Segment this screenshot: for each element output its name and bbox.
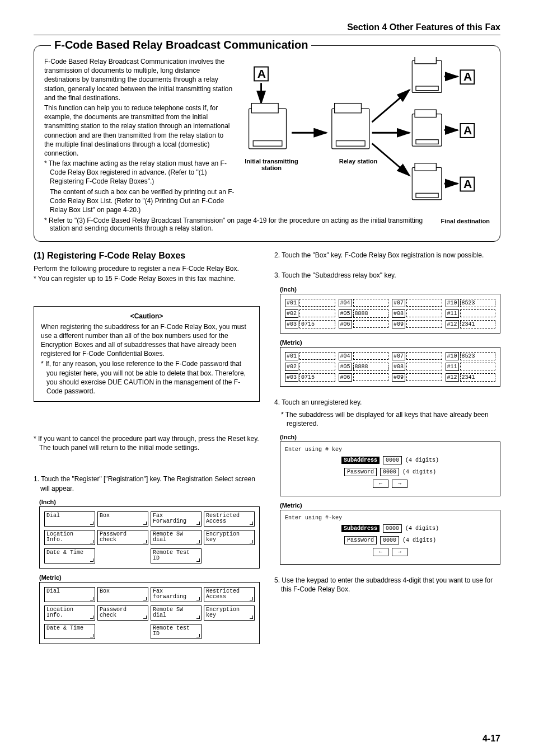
svg-text:A: A (257, 67, 266, 80)
step-5: 5. Use the keypad to enter the subaddres… (274, 576, 500, 594)
register-option-button[interactable]: Remote test ID (151, 624, 202, 639)
page-header: Section 4 Other Features of this Fax (34, 22, 500, 35)
slot-value (406, 320, 442, 328)
relay-box-slot[interactable]: #07 (392, 352, 442, 360)
subaddress-label: Subaddress (341, 525, 380, 532)
registration-screen-metric: DialBoxFax forwardingRestricted AccessLo… (39, 582, 260, 644)
relay-box-slot[interactable]: #06 (339, 320, 389, 328)
register-option-button[interactable]: Box (97, 587, 148, 602)
svg-rect-26 (415, 110, 436, 117)
register-option-button[interactable]: Dial (44, 511, 95, 527)
relay-box-slot[interactable]: #108523 (446, 352, 496, 360)
slot-number: #01 (285, 299, 298, 307)
relay-box-slot[interactable]: #09 (392, 320, 442, 328)
relay-box-slot[interactable]: #06 (339, 373, 389, 382)
slot-value (353, 373, 388, 381)
svg-rect-20 (335, 104, 362, 113)
relay-box-slot[interactable]: #01 (285, 352, 335, 360)
register-option-button[interactable]: Remote SW dial (151, 605, 202, 621)
slot-number: #02 (285, 363, 298, 371)
intro-text: F-Code Based Relay Broadcast Communicati… (44, 57, 235, 215)
register-option-button[interactable]: Password check (97, 605, 148, 621)
register-option-button[interactable]: Encryption key (204, 530, 255, 545)
svg-rect-21 (336, 141, 365, 147)
relay-box-slot[interactable]: #030715 (285, 320, 335, 328)
arrow-left-button[interactable]: ← (373, 548, 388, 556)
intro-note-1b: The content of such a box can be verifie… (44, 187, 235, 215)
digits-hint: (4 digits) (405, 525, 439, 532)
svg-rect-17 (251, 104, 278, 113)
slot-value (299, 299, 335, 307)
relay-box-list-inch: #01#04#07#108523#02#058888#08#11#030715#… (280, 294, 500, 334)
left-p2: * You can register up to 15 F-Code Relay… (34, 274, 260, 283)
slot-number: #05 (339, 363, 352, 371)
slot-value (299, 309, 335, 317)
relay-box-slot[interactable]: #08 (392, 309, 442, 318)
feature-box: F-Code Based Relay Broadcast Communicati… (34, 45, 500, 242)
screen-label-inch: (Inch) (39, 499, 260, 505)
relay-box-slot[interactable]: #030715 (285, 373, 335, 382)
relay-box-slot[interactable]: #058888 (339, 309, 389, 318)
slot-number: #03 (285, 320, 298, 328)
relay-box-slot[interactable]: #09 (392, 373, 442, 382)
slot-number: #07 (392, 352, 405, 360)
right-column: 2. Touch the "Box" key. F-Code Relay Box… (274, 251, 500, 647)
slot-value: 8523 (460, 299, 495, 307)
slot-value: 2341 (460, 320, 495, 328)
register-option-button[interactable]: Location Info. (44, 530, 95, 545)
slot-number: #03 (285, 373, 298, 382)
arrow-right-button[interactable]: → (392, 480, 407, 488)
register-option-button[interactable]: Date & Time (44, 624, 95, 639)
relay-box-slot[interactable]: #122341 (446, 373, 496, 382)
register-option-button[interactable]: Location Info. (44, 605, 95, 621)
register-option-button[interactable]: Restricted Access (204, 511, 255, 527)
subaddress-value[interactable]: 0000 (383, 456, 402, 464)
relay-box-slot[interactable]: #04 (339, 352, 389, 360)
screen-label-metric-3: (Metric) (280, 502, 500, 509)
register-option-button[interactable]: Fax Forwarding (151, 511, 202, 527)
register-option-button[interactable]: Restricted Access (204, 587, 255, 602)
register-option-button[interactable]: Fax forwarding (151, 587, 202, 602)
register-option-button[interactable]: Dial (44, 587, 95, 602)
arrow-left-button[interactable]: ← (373, 480, 388, 488)
relay-box-slot[interactable]: #02 (285, 309, 335, 318)
relay-box-slot[interactable]: #122341 (446, 320, 496, 328)
subaddress-value[interactable]: 0000 (383, 524, 402, 533)
svg-rect-24 (416, 86, 438, 91)
slot-number: #02 (285, 309, 298, 318)
relay-box-slot[interactable]: #058888 (339, 363, 389, 371)
svg-text:A: A (463, 124, 472, 137)
slot-value: 0715 (299, 320, 335, 328)
relay-box-slot[interactable]: #11 (446, 363, 496, 371)
slot-number: #07 (392, 299, 405, 307)
slot-value: 2341 (460, 373, 495, 382)
register-option-button[interactable]: Box (97, 511, 148, 527)
relay-box-slot[interactable]: #01 (285, 299, 335, 307)
slot-value (406, 299, 442, 307)
relay-box-slot[interactable]: #02 (285, 363, 335, 371)
relay-box-slot[interactable]: #07 (392, 299, 442, 307)
relay-box-slot[interactable]: #11 (446, 309, 496, 318)
relay-box-slot[interactable]: #108523 (446, 299, 496, 307)
relay-box-slot[interactable]: #08 (392, 363, 442, 371)
caution-text-2: * If, for any reason, you lose reference… (41, 359, 252, 396)
caution-text-1: When registering the subaddress for an F… (41, 322, 252, 359)
register-option-button[interactable]: Password check (97, 530, 148, 545)
password-value[interactable]: 0000 (380, 536, 399, 544)
step-1: 1. Touch the "Register" ["Registration"]… (34, 475, 260, 492)
arrow-right-button[interactable]: → (392, 548, 407, 556)
entry-header: Enter using #-key (285, 515, 495, 521)
diagram-label-relay: Relay station (333, 158, 383, 165)
password-value[interactable]: 0000 (380, 468, 399, 476)
slot-number: #11 (446, 363, 459, 371)
slot-value (406, 352, 442, 360)
slot-value (353, 320, 388, 328)
register-option-button[interactable]: Remote SW dial (151, 530, 202, 545)
relay-box-slot[interactable]: #04 (339, 299, 389, 307)
register-option-button[interactable]: Date & Time (44, 548, 95, 564)
register-option-button[interactable]: Encryption key (204, 605, 255, 621)
register-option-button[interactable]: Remote Test ID (151, 548, 202, 564)
slot-value (460, 363, 495, 370)
slot-value: 8888 (353, 309, 388, 318)
entry-screen-metric: Enter using #-key Subaddress 0000 (4 dig… (280, 510, 500, 565)
